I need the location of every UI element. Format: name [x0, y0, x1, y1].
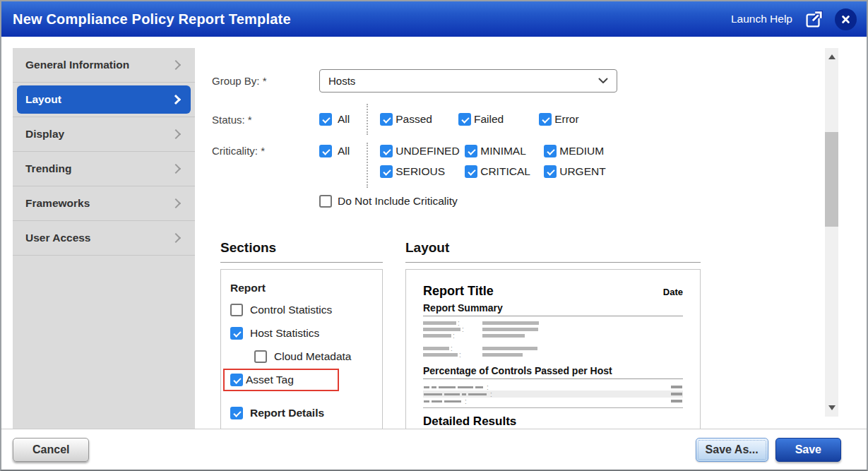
sidebar-item-layout[interactable]: Layout [13, 83, 195, 117]
checkbox-icon[interactable] [380, 165, 393, 178]
chevron-right-icon [171, 233, 181, 243]
checkbox-status-failed[interactable]: Failed [458, 113, 504, 126]
sidebar-item-display[interactable]: Display [13, 117, 195, 152]
checkbox-icon[interactable] [380, 145, 393, 157]
scrollbar[interactable] [825, 48, 838, 417]
preview-date-label: Date [663, 287, 683, 297]
checkbox-icon[interactable] [319, 195, 332, 208]
status-label: Status: * [212, 114, 319, 126]
report-group-label: Report [230, 282, 373, 294]
group-by-row: Group By: * Hosts [210, 69, 719, 93]
sidebar-item-user-access[interactable]: User Access [13, 221, 195, 256]
layout-preview: Report Title Date Report Summary : : : :… [405, 269, 701, 429]
checkbox-icon[interactable] [544, 145, 557, 157]
dotted-divider [367, 143, 368, 188]
sections-panel: Report Control Statistics Host Statistic… [220, 269, 383, 429]
main-content: Group By: * Hosts Status: * All [210, 37, 719, 429]
summary-placeholder-rows: : : : : : [423, 321, 683, 357]
checkbox-cloud-metadata[interactable]: Cloud Metadata [254, 350, 373, 363]
checkbox-status-passed[interactable]: Passed [380, 113, 432, 126]
chevron-right-icon [171, 164, 181, 174]
asset-tag-highlight-box: Asset Tag [223, 369, 339, 391]
group-by-value: Hosts [328, 75, 355, 87]
save-button[interactable]: Save [775, 438, 841, 462]
checkbox-icon[interactable] [230, 374, 243, 386]
checkbox-icon[interactable] [319, 113, 332, 126]
sections-column: Sections Report Control Statistics Host … [220, 240, 383, 429]
checkbox-report-details[interactable]: Report Details [230, 407, 373, 419]
sections-heading: Sections [220, 240, 383, 263]
dialog-title: New Compliance Policy Report Template [13, 11, 291, 28]
dialog-footer: Cancel Save As... Save [1, 429, 867, 470]
checkbox-icon[interactable] [230, 304, 243, 316]
exclude-criticality-row: Do Not Include Criticality [319, 195, 719, 208]
chevron-down-icon [598, 78, 608, 84]
checkbox-asset-tag[interactable]: Asset Tag [230, 374, 332, 386]
dialog-header: New Compliance Policy Report Template La… [1, 1, 867, 37]
checkbox-control-statistics[interactable]: Control Statistics [230, 304, 373, 316]
checkbox-icon[interactable] [458, 113, 471, 126]
checkbox-icon[interactable] [230, 407, 243, 419]
checkbox-do-not-include-criticality[interactable]: Do Not Include Criticality [319, 195, 458, 208]
checkbox-criticality-minimal[interactable]: MINIMAL [465, 145, 544, 157]
cancel-button[interactable]: Cancel [13, 438, 89, 462]
checkbox-icon[interactable] [465, 145, 477, 157]
chevron-right-icon [171, 60, 181, 70]
preview-detailed-results-heading: Detailed Results [423, 415, 683, 429]
checkbox-icon[interactable] [465, 165, 477, 178]
checkbox-host-statistics[interactable]: Host Statistics [230, 327, 373, 340]
checkbox-status-all[interactable]: All [319, 113, 350, 126]
chevron-right-icon [171, 129, 181, 139]
scrollbar-down-arrow[interactable] [828, 405, 836, 410]
close-button[interactable] [835, 8, 857, 30]
columns: Sections Report Control Statistics Host … [220, 240, 719, 429]
checkbox-icon[interactable] [380, 113, 393, 126]
status-row: Status: * All Passed Failed [210, 111, 719, 128]
dialog-window: New Compliance Policy Report Template La… [0, 0, 868, 471]
preview-percentage-heading: Percentage of Controls Passed per Host [423, 365, 683, 379]
sidebar-item-frameworks[interactable]: Frameworks [13, 186, 195, 221]
layout-heading: Layout [405, 240, 701, 263]
checkbox-status-error[interactable]: Error [539, 113, 578, 126]
criticality-row: Criticality: * All UNDEFINED MINIMAL [210, 145, 719, 188]
scrollbar-thumb[interactable] [825, 132, 838, 227]
group-by-select[interactable]: Hosts [319, 69, 617, 93]
close-icon [840, 13, 852, 25]
checkbox-icon[interactable] [544, 165, 557, 178]
sidebar-nav: General Information Layout Display Trend… [13, 48, 195, 429]
checkbox-criticality-medium[interactable]: MEDIUM [544, 145, 605, 157]
launch-help-link[interactable]: Launch Help [731, 13, 792, 25]
group-by-label: Group By: * [212, 75, 319, 87]
checkbox-criticality-critical[interactable]: CRITICAL [465, 165, 544, 178]
checkbox-icon[interactable] [319, 145, 332, 157]
sidebar-item-general-information[interactable]: General Information [13, 48, 195, 83]
checkbox-icon[interactable] [230, 327, 243, 340]
preview-report-summary-heading: Report Summary [423, 302, 683, 316]
scrollbar-up-arrow[interactable] [828, 54, 836, 59]
chevron-right-icon [171, 95, 181, 105]
checkbox-icon[interactable] [539, 113, 552, 126]
checkbox-criticality-urgent[interactable]: URGENT [544, 165, 605, 178]
checkbox-criticality-undefined[interactable]: UNDEFINED [380, 145, 465, 157]
layout-column: Layout Report Title Date Report Summary … [405, 240, 701, 429]
sidebar-item-trending[interactable]: Trending [13, 152, 195, 186]
checkbox-icon[interactable] [254, 350, 267, 363]
popout-icon[interactable] [804, 9, 824, 29]
preview-report-title: Report Title [423, 284, 494, 299]
chevron-right-icon [171, 198, 181, 208]
save-as-button[interactable]: Save As... [696, 438, 768, 462]
checkbox-criticality-serious[interactable]: SERIOUS [380, 165, 465, 178]
header-actions: Launch Help [731, 8, 857, 30]
dialog-body: General Information Layout Display Trend… [1, 37, 867, 429]
criticality-label: Criticality: * [212, 145, 319, 157]
checkbox-criticality-all[interactable]: All [319, 145, 350, 157]
percentage-placeholder-rows: : : : [423, 383, 683, 408]
